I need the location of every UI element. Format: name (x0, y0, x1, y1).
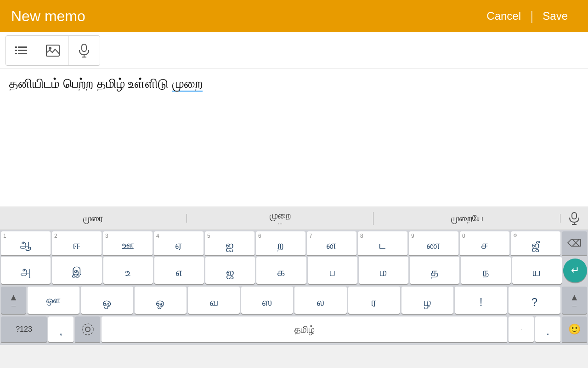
num-switch-label: ?123 (16, 325, 32, 334)
svg-rect-4 (15, 50, 17, 51)
svg-rect-11 (572, 213, 577, 219)
backspace-key[interactable]: ⌫ (562, 231, 587, 255)
suggestion-text-2: முறை (270, 210, 291, 220)
suggestion-item-2[interactable]: முறை ··· (187, 210, 374, 226)
key-juu[interactable]: ⚙ ஜீ (511, 231, 560, 255)
key-sha[interactable]: ஸ (241, 287, 293, 314)
enter-key[interactable]: ↵ (563, 259, 587, 282)
svg-rect-3 (15, 46, 17, 48)
bottom-row: ?123 , தமிழ் · . 🙂 (0, 315, 588, 345)
mic-suggestion-icon (569, 212, 579, 225)
row2: ▲ — ஒள ஒ ஓ வ ஸ ல ர ழ ! ? ▲ — (0, 285, 588, 315)
list-icon (15, 46, 28, 56)
key-u[interactable]: உ (103, 257, 153, 284)
key-olai[interactable]: ஒள (28, 287, 79, 314)
row1: அ இ உ எ ஜ க ப ம த ந ய ↵ (0, 255, 588, 285)
key-ai[interactable]: 5 ஐ (205, 231, 254, 255)
mic-suggestion-button[interactable] (560, 212, 588, 225)
key-ta[interactable]: த (410, 257, 459, 284)
key-e[interactable]: 4 ஏ (154, 231, 204, 255)
key-o[interactable]: ஒ (81, 287, 133, 314)
svg-rect-2 (18, 53, 27, 54)
svg-rect-5 (15, 53, 17, 54)
shift-left-icon: ▲ (9, 292, 18, 303)
svg-point-14 (85, 327, 90, 332)
shift-right-key[interactable]: ▲ — (562, 287, 587, 314)
save-button[interactable]: Save (533, 6, 577, 26)
period-key[interactable]: . (535, 316, 560, 342)
shift-right-icon: ▲ (570, 292, 579, 303)
toolbar-group (6, 35, 100, 66)
key-rra[interactable]: 6 ற (256, 231, 305, 255)
suggestion-bar: முரை முறை ··· முறையே (0, 207, 588, 230)
key-ka[interactable]: க (256, 257, 306, 284)
key-e2[interactable]: எ (154, 257, 204, 284)
key-question[interactable]: ? (509, 287, 560, 314)
cancel-button[interactable]: Cancel (477, 6, 530, 26)
num-switch-key[interactable]: ?123 (1, 316, 47, 342)
toolbar (0, 32, 588, 69)
app-header: New memo Cancel | Save (0, 0, 588, 32)
comma-key[interactable]: , (48, 316, 74, 342)
key-a[interactable]: அ (1, 257, 51, 284)
image-icon (46, 45, 60, 57)
settings-key[interactable] (75, 316, 100, 342)
suggestion-text-1: முரை (83, 213, 103, 223)
page-title: New memo (11, 8, 477, 25)
num-row: 1 ஆ 2 ஈ 3 ஊ 4 ஏ 5 ஐ 6 ற 7 ன 8 ட (0, 230, 588, 255)
key-uu[interactable]: 3 ஊ (103, 231, 153, 255)
key-ra[interactable]: ர (348, 287, 400, 314)
shift-left-key[interactable]: ▲ — (1, 287, 26, 314)
mic-toolbar-button[interactable] (68, 36, 100, 65)
key-sa[interactable]: 0 ச (460, 231, 509, 255)
settings-icon (81, 323, 94, 336)
key-ma[interactable]: ம (359, 257, 408, 284)
key-la[interactable]: ல (294, 287, 346, 314)
space-label: தமிழ் (294, 324, 315, 335)
key-naa[interactable]: ந (461, 257, 510, 284)
emoji-key[interactable]: 🙂 (562, 316, 587, 342)
period-label: . (546, 325, 549, 338)
key-ii[interactable]: 2 ஈ (52, 231, 102, 255)
emoji-icon: 🙂 (568, 323, 581, 335)
key-pa[interactable]: ப (308, 257, 357, 284)
suggestion-text-3: முறையே (451, 213, 483, 223)
svg-point-15 (82, 324, 93, 335)
key-ya[interactable]: ய (512, 257, 562, 284)
key-exclaim[interactable]: ! (455, 287, 507, 314)
suggestion-item-1[interactable]: முரை (0, 213, 187, 224)
header-actions: Cancel | Save (477, 6, 577, 26)
enter-icon: ↵ (571, 264, 579, 276)
image-button[interactable] (37, 36, 68, 65)
memo-content[interactable]: தனியிடம் பெற்ற தமிழ் உள்ளிடு முறை (0, 69, 588, 207)
memo-text-cursor: முறை (172, 76, 203, 92)
comma-label: , (59, 325, 62, 338)
key-va[interactable]: வ (188, 287, 240, 314)
key-zha[interactable]: ழ (401, 287, 453, 314)
svg-rect-6 (46, 45, 59, 56)
list-button[interactable] (6, 36, 37, 65)
key-na[interactable]: 7 ன (307, 231, 356, 255)
key-tta[interactable]: 8 ட (358, 231, 407, 255)
key-oo[interactable]: ஓ (135, 287, 187, 314)
key-aa[interactable]: 1 ஆ (1, 231, 51, 255)
dot-key[interactable]: · (509, 316, 534, 342)
mic-toolbar-icon (79, 44, 90, 58)
keyboard: 1 ஆ 2 ஈ 3 ஊ 4 ஏ 5 ஐ 6 ற 7 ன 8 ட (0, 230, 588, 345)
svg-point-7 (49, 47, 51, 50)
suggestion-dots: ··· (192, 221, 369, 226)
header-divider: | (530, 9, 533, 23)
key-nna[interactable]: 9 ண (409, 231, 458, 255)
svg-rect-0 (18, 46, 27, 48)
key-ja[interactable]: ஜ (205, 257, 255, 284)
svg-rect-8 (82, 44, 86, 52)
key-i[interactable]: இ (52, 257, 102, 284)
space-key[interactable]: தமிழ் (102, 316, 507, 342)
suggestion-item-3[interactable]: முறையே (373, 213, 560, 224)
backspace-icon: ⌫ (567, 237, 582, 249)
memo-text-part1: தனியிடம் பெற்ற தமிழ் உள்ளிடு (9, 76, 172, 91)
svg-rect-1 (18, 50, 27, 51)
